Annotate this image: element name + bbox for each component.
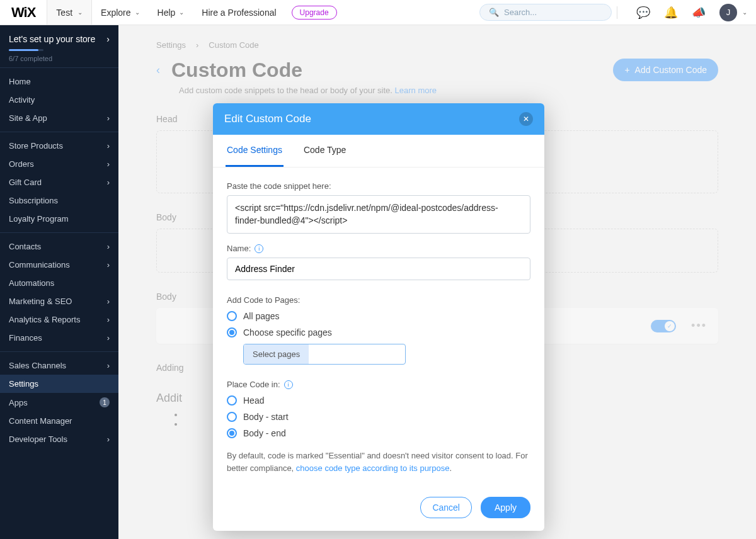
modal-footer: Cancel Apply (213, 487, 544, 531)
sidebar-item-sales-channels[interactable]: Sales Channels› (0, 356, 118, 375)
chevron-down-icon: ⌄ (179, 9, 184, 16)
cancel-button[interactable]: Cancel (420, 497, 472, 518)
radio-place-body-start[interactable]: Body - start (227, 412, 530, 422)
select-pages-dropdown[interactable]: Select pages (243, 344, 406, 365)
radio-all-pages[interactable]: All pages (227, 311, 530, 321)
radio-icon (227, 428, 237, 438)
modal-tabs: Code Settings Code Type (213, 135, 544, 167)
name-label: Name: i (227, 244, 530, 253)
nav-help[interactable]: Help⌄ (149, 0, 193, 25)
snippet-textarea[interactable]: <script src="https://cdn.jsdelivr.net/np… (227, 195, 530, 234)
chevron-right-icon: › (107, 361, 110, 370)
chevron-right-icon: › (107, 159, 110, 169)
name-input[interactable] (227, 258, 530, 280)
modal-body: Paste the code snippet here: <script src… (213, 167, 544, 487)
radio-icon (227, 311, 237, 321)
wix-logo: WiX (0, 4, 47, 21)
tab-code-type[interactable]: Code Type (302, 135, 347, 167)
sidebar-item-apps[interactable]: Apps1 (0, 393, 118, 412)
sidebar-item-gift-card[interactable]: Gift Card› (0, 173, 118, 191)
radio-icon (227, 327, 237, 338)
radio-place-body-end[interactable]: Body - end (227, 428, 530, 438)
chevron-right-icon: › (107, 297, 110, 306)
info-icon[interactable]: i (255, 244, 263, 253)
setup-count: 6/7 completed (9, 55, 110, 62)
chevron-right-icon: › (107, 333, 110, 343)
apply-button[interactable]: Apply (481, 497, 530, 518)
sidebar: Let's set up your store› 6/7 completed H… (0, 25, 118, 539)
search-input[interactable]: 🔍 Search... (479, 4, 612, 21)
chevron-right-icon: › (107, 113, 110, 123)
info-icon[interactable]: i (284, 380, 293, 389)
modal-title: Edit Custom Code (224, 113, 311, 125)
site-name: Test (56, 8, 72, 18)
chevron-down-icon: ⌄ (135, 9, 140, 16)
sidebar-item-analytics[interactable]: Analytics & Reports› (0, 310, 118, 329)
sidebar-item-loyalty[interactable]: Loyalty Program (0, 210, 118, 228)
nav-explore[interactable]: Explore⌄ (92, 0, 148, 25)
sidebar-item-contacts[interactable]: Contacts› (0, 237, 118, 256)
edit-custom-code-modal: Edit Custom Code ✕ Code Settings Code Ty… (213, 103, 544, 531)
chevron-right-icon: › (107, 260, 110, 270)
search-placeholder: Search... (504, 8, 537, 17)
search-icon: 🔍 (489, 8, 499, 17)
sidebar-item-finances[interactable]: Finances› (0, 329, 118, 347)
chevron-down-icon[interactable]: ⌄ (742, 9, 747, 16)
sidebar-item-orders[interactable]: Orders› (0, 155, 118, 173)
sidebar-item-developer-tools[interactable]: Developer Tools› (0, 430, 118, 448)
avatar[interactable]: J (719, 4, 737, 21)
upgrade-button[interactable]: Upgrade (292, 6, 337, 20)
bell-icon[interactable]: 🔔 (664, 6, 678, 20)
modal-header: Edit Custom Code ✕ (213, 103, 544, 135)
chevron-right-icon: › (107, 178, 110, 187)
sidebar-item-home[interactable]: Home (0, 72, 118, 91)
radio-icon (227, 412, 237, 422)
tab-code-settings[interactable]: Code Settings (226, 135, 284, 167)
site-dropdown[interactable]: Test ⌄ (47, 0, 92, 25)
chevron-right-icon: › (107, 434, 110, 444)
sidebar-item-activity[interactable]: Activity (0, 91, 118, 109)
radio-icon (227, 395, 237, 406)
sidebar-item-content-manager[interactable]: Content Manager (0, 412, 118, 430)
chevron-right-icon: › (107, 141, 110, 150)
place-label: Place Code in: i (227, 380, 530, 389)
apps-badge: 1 (100, 397, 110, 407)
megaphone-icon[interactable]: 📣 (692, 6, 706, 20)
close-button[interactable]: ✕ (519, 112, 533, 126)
nav-hire[interactable]: Hire a Professional (193, 0, 285, 25)
code-type-link[interactable]: choose code type according to its purpos… (296, 463, 450, 473)
paste-label: Paste the code snippet here: (227, 181, 530, 191)
sidebar-item-subscriptions[interactable]: Subscriptions (0, 191, 118, 210)
sidebar-item-site-app[interactable]: Site & App› (0, 109, 118, 127)
radio-specific-pages[interactable]: Choose specific pages (227, 327, 530, 338)
sidebar-item-settings[interactable]: Settings (0, 375, 118, 393)
top-icons: 💬 🔔 📣 (622, 6, 719, 20)
sidebar-item-marketing-seo[interactable]: Marketing & SEO› (0, 292, 118, 310)
pages-label: Add Code to Pages: (227, 295, 530, 305)
chevron-down-icon: ⌄ (77, 9, 83, 16)
topbar: WiX Test ⌄ Explore⌄ Help⌄ Hire a Profess… (0, 0, 756, 25)
chevron-right-icon: › (107, 242, 110, 251)
chat-icon[interactable]: 💬 (636, 6, 650, 20)
radio-place-head[interactable]: Head (227, 395, 530, 406)
compliance-note: By default, code is marked "Essential" a… (227, 450, 530, 474)
sidebar-item-automations[interactable]: Automations (0, 274, 118, 292)
chevron-right-icon: › (106, 34, 110, 44)
chevron-right-icon: › (107, 315, 110, 324)
sidebar-item-store-products[interactable]: Store Products› (0, 137, 118, 155)
setup-section[interactable]: Let's set up your store› 6/7 completed (0, 25, 118, 67)
sidebar-item-communications[interactable]: Communications› (0, 256, 118, 274)
progress-bar (9, 49, 43, 51)
